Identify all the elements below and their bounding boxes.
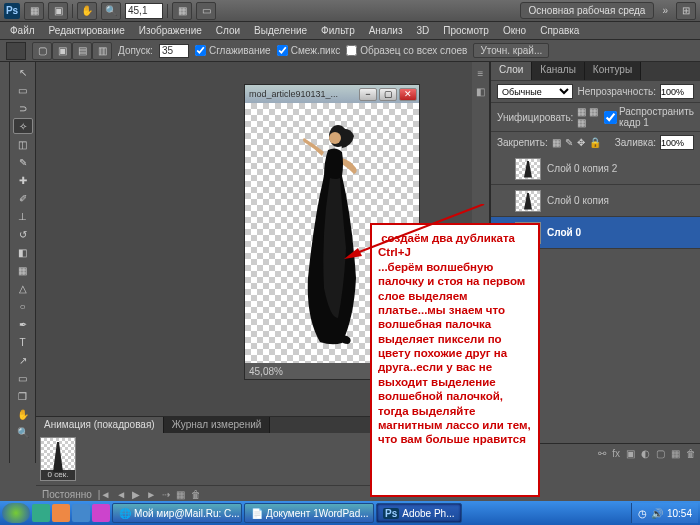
taskbar-item[interactable]: 🌐Мой мир@Mail.Ru: С... (112, 503, 242, 523)
menu-window[interactable]: Окно (497, 23, 532, 38)
gradient-tool[interactable]: ▦ (13, 262, 33, 278)
magic-wand-preset-icon[interactable] (6, 42, 26, 60)
layer-row[interactable]: Слой 0 копия (491, 185, 700, 217)
dodge-tool[interactable]: ○ (13, 298, 33, 314)
selection-new-icon[interactable]: ▢ (32, 42, 52, 60)
layer-name[interactable]: Слой 0 копия (547, 195, 609, 206)
lock-all-icon[interactable]: 🔒 (589, 137, 601, 148)
antialias-checkbox[interactable]: Сглаживание (195, 45, 271, 56)
quick-launch-icon[interactable] (72, 504, 90, 522)
magic-wand-tool[interactable]: ✧ (13, 118, 33, 134)
zoom-tool-shortcut[interactable]: 🔍 (101, 2, 121, 20)
lock-transparency-icon[interactable]: ▦ (552, 137, 561, 148)
lasso-tool[interactable]: ⊃ (13, 100, 33, 116)
duplicate-frame-icon[interactable]: ▦ (176, 489, 185, 500)
eraser-tool[interactable]: ◧ (13, 244, 33, 260)
workspace-switcher[interactable]: Основная рабочая среда (520, 2, 655, 19)
maximize-button[interactable]: ▢ (379, 88, 397, 101)
adjustment-layer-icon[interactable]: ◐ (641, 448, 650, 459)
link-layers-icon[interactable]: ⚯ (598, 448, 606, 459)
all-layers-checkbox[interactable]: Образец со всех слоев (346, 45, 467, 56)
history-brush-tool[interactable]: ↺ (13, 226, 33, 242)
quick-launch-icon[interactable] (52, 504, 70, 522)
opacity-input[interactable] (660, 84, 694, 99)
taskbar-item[interactable]: 📄Документ 1WordPad... (244, 503, 374, 523)
layer-fx-icon[interactable]: fx (612, 448, 620, 459)
marquee-tool[interactable]: ▭ (13, 82, 33, 98)
document-titlebar[interactable]: mod_article910131_... − ▢ ✕ (245, 85, 419, 103)
menu-help[interactable]: Справка (534, 23, 585, 38)
tray-clock[interactable]: 10:54 (667, 508, 692, 519)
layer-name[interactable]: Слой 0 копия 2 (547, 163, 617, 174)
start-button[interactable] (2, 503, 30, 523)
eyedropper-tool[interactable]: ✎ (13, 154, 33, 170)
selection-add-icon[interactable]: ▣ (52, 42, 72, 60)
menu-edit[interactable]: Редактирование (43, 23, 131, 38)
bridge-button[interactable]: ▦ (24, 2, 44, 20)
color-panel-icon[interactable]: ◧ (474, 84, 488, 98)
propagate-checkbox[interactable]: Распространить кадр 1 (604, 106, 694, 128)
lock-position-icon[interactable]: ✥ (577, 137, 585, 148)
stamp-tool[interactable]: ⊥ (13, 208, 33, 224)
selection-intersect-icon[interactable]: ▥ (92, 42, 112, 60)
layer-row[interactable]: Слой 0 копия 2 (491, 153, 700, 185)
first-frame-icon[interactable]: |◄ (98, 489, 111, 500)
shape-tool[interactable]: ▭ (13, 370, 33, 386)
contiguous-checkbox[interactable]: Смеж.пикс (277, 45, 341, 56)
arrange-button[interactable]: ▦ (172, 2, 192, 20)
tab-paths[interactable]: Контуры (585, 62, 641, 80)
hand-tool-shortcut[interactable]: ✋ (77, 2, 97, 20)
blend-mode-select[interactable]: Обычные (497, 84, 573, 99)
lock-pixels-icon[interactable]: ✎ (565, 137, 573, 148)
3d-tool[interactable]: ❐ (13, 388, 33, 404)
prev-frame-icon[interactable]: ◄ (116, 489, 126, 500)
move-tool[interactable]: ↖ (13, 64, 33, 80)
expand-panels-icon[interactable]: » (658, 5, 672, 16)
taskbar-item[interactable]: PsAdobe Ph... (376, 503, 462, 523)
unify-icon[interactable]: ▦ ▦ ▦ (577, 106, 600, 128)
layer-thumbnail[interactable] (515, 190, 541, 212)
type-tool[interactable]: T (13, 334, 33, 350)
crop-tool[interactable]: ◫ (13, 136, 33, 152)
layer-name[interactable]: Слой 0 (547, 227, 581, 238)
fill-input[interactable] (660, 135, 694, 150)
tween-icon[interactable]: ⇢ (162, 489, 170, 500)
close-button[interactable]: ✕ (399, 88, 417, 101)
animation-frame[interactable]: 0 сек. (40, 437, 76, 481)
healing-tool[interactable]: ✚ (13, 172, 33, 188)
play-icon[interactable]: ▶ (132, 489, 140, 500)
quick-launch-icon[interactable] (32, 504, 50, 522)
visibility-toggle[interactable] (495, 194, 509, 208)
history-panel-icon[interactable]: ≡ (474, 66, 488, 80)
selection-subtract-icon[interactable]: ▤ (72, 42, 92, 60)
layer-thumbnail[interactable] (515, 158, 541, 180)
minimize-button[interactable]: − (359, 88, 377, 101)
layer-group-icon[interactable]: ▢ (656, 448, 665, 459)
menu-analysis[interactable]: Анализ (363, 23, 409, 38)
menu-3d[interactable]: 3D (410, 23, 435, 38)
refine-edge-button[interactable]: Уточн. край... (473, 43, 549, 58)
delete-frame-icon[interactable]: 🗑 (191, 489, 201, 500)
new-layer-icon[interactable]: ▦ (671, 448, 680, 459)
next-frame-icon[interactable]: ► (146, 489, 156, 500)
tab-measurement-log[interactable]: Журнал измерений (164, 417, 271, 433)
tray-icon[interactable]: ◷ (638, 508, 647, 519)
blur-tool[interactable]: △ (13, 280, 33, 296)
brush-tool[interactable]: ✐ (13, 190, 33, 206)
tab-layers[interactable]: Слои (491, 62, 532, 80)
zoom-tool[interactable]: 🔍 (13, 424, 33, 440)
menu-image[interactable]: Изображение (133, 23, 208, 38)
menu-filter[interactable]: Фильтр (315, 23, 361, 38)
zoom-level-field[interactable] (125, 3, 163, 19)
loop-select[interactable]: Постоянно (42, 489, 92, 500)
menu-file[interactable]: Файл (4, 23, 41, 38)
screen-mode-button[interactable]: ▭ (196, 2, 216, 20)
cs-live-button[interactable]: ⊞ (676, 2, 696, 20)
hand-tool[interactable]: ✋ (13, 406, 33, 422)
layer-mask-icon[interactable]: ▣ (626, 448, 635, 459)
path-tool[interactable]: ↗ (13, 352, 33, 368)
system-tray[interactable]: ◷ 🔊 10:54 (631, 503, 698, 523)
tab-channels[interactable]: Каналы (532, 62, 585, 80)
menu-view[interactable]: Просмотр (437, 23, 495, 38)
visibility-toggle[interactable] (495, 162, 509, 176)
